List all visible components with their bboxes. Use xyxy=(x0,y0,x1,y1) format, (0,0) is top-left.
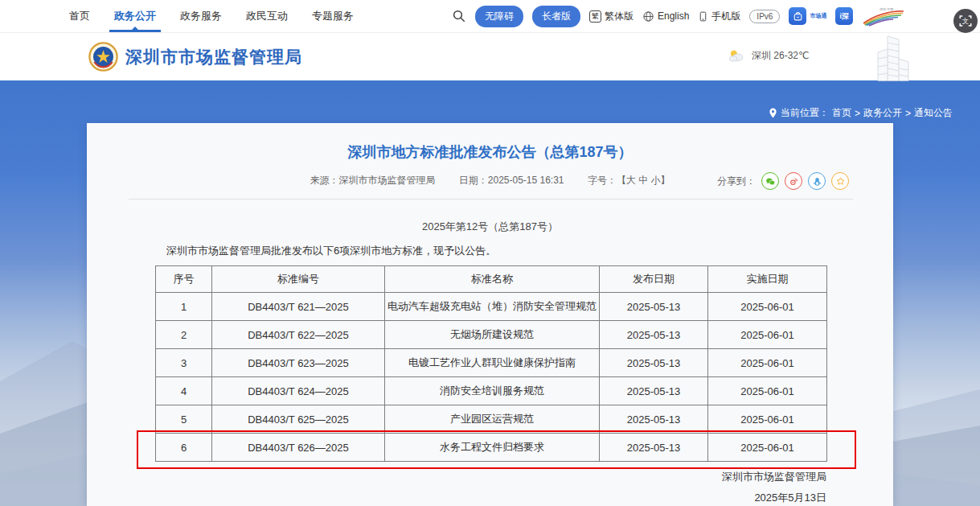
table-row: 3DB4403/T 623—2025电镀工艺作业人群职业健康保护指南2025-0… xyxy=(156,349,827,377)
table-cell: 产业园区运营规范 xyxy=(385,405,600,434)
shenzhen-city-logo[interactable]: 深圳·中国 xyxy=(862,6,905,27)
col-header-publish-date: 发布日期 xyxy=(600,266,708,293)
elder-version-button[interactable]: 长者版 xyxy=(532,6,580,27)
market-app-link[interactable]: 市场通 xyxy=(789,7,826,25)
phone-icon xyxy=(698,10,708,23)
table-cell: 2025-05-13 xyxy=(600,293,708,321)
table-cell: 2025-06-01 xyxy=(708,349,827,377)
english-version-label: English xyxy=(658,10,689,22)
table-row: 1DB4403/T 621—2025电动汽车超级充电站（堆）消防安全管理规范20… xyxy=(156,293,827,321)
share-wechat-icon[interactable] xyxy=(761,172,779,190)
table-cell: 2 xyxy=(156,321,212,349)
agency-emblem-icon xyxy=(88,42,118,72)
market-app-label: 市场通 xyxy=(810,12,826,20)
breadcrumb-separator: > xyxy=(905,108,911,119)
table-cell: 2025-05-13 xyxy=(600,434,708,462)
standards-table-wrap: 序号 标准编号 标准名称 发布日期 实施日期 1DB4403/T 621—202… xyxy=(155,265,826,462)
table-row: 4DB4403/T 624—2025消防安全培训服务规范2025-05-1320… xyxy=(156,377,827,405)
table-cell: 1 xyxy=(156,293,212,321)
breadcrumb: 当前位置： 首页 > 政务公开 > 通知公告 xyxy=(769,106,953,120)
traditional-badge-icon: 繁 xyxy=(589,10,601,23)
col-header-index: 序号 xyxy=(156,266,212,293)
masthead: 深圳市市场监督管理局 深圳 26-32℃ xyxy=(0,32,980,80)
breadcrumb-separator: > xyxy=(855,108,860,119)
table-cell: 2025-05-13 xyxy=(600,405,708,434)
breadcrumb-home[interactable]: 首页 xyxy=(832,106,851,120)
table-header-row: 序号 标准编号 标准名称 发布日期 实施日期 xyxy=(156,266,827,293)
table-cell: 6 xyxy=(156,434,212,462)
nav-item-public-interaction[interactable]: 政民互动 xyxy=(246,0,288,32)
share-group: 分享到： xyxy=(717,172,849,190)
nav-item-home[interactable]: 首页 xyxy=(69,0,90,32)
font-size-control[interactable]: 字号：【大 中 小】 xyxy=(588,175,670,186)
table-cell: 2025-06-01 xyxy=(708,321,827,349)
top-utility-bar: 首页 政务公开 政务服务 政民互动 专题服务 无障碍 长者版 繁 繁体版 Eng… xyxy=(0,0,980,32)
svg-text:文: 文 xyxy=(962,18,969,25)
globe-icon xyxy=(642,10,654,23)
table-cell: 2025-05-13 xyxy=(600,377,708,405)
table-cell: 水务工程文件归档要求 xyxy=(385,434,600,462)
nav-item-special-services[interactable]: 专题服务 xyxy=(312,0,354,32)
table-cell: DB4403/T 623—2025 xyxy=(212,349,385,377)
table-cell: DB4403/T 624—2025 xyxy=(212,377,385,405)
mobile-version-link[interactable]: 手机版 xyxy=(698,10,740,23)
table-cell: 2025-06-01 xyxy=(708,434,827,462)
main-nav: 首页 政务公开 政务服务 政民互动 专题服务 xyxy=(69,0,354,32)
nav-item-gov-services[interactable]: 政务服务 xyxy=(180,0,222,32)
weather-icon xyxy=(728,48,745,63)
col-header-effective-date: 实施日期 xyxy=(708,266,827,293)
table-cell: DB4403/T 621—2025 xyxy=(212,293,385,321)
article-intro: 深圳市市场监督管理局批准发布以下6项深圳市地方标准，现予以公告。 xyxy=(166,244,825,258)
standards-table: 序号 标准编号 标准名称 发布日期 实施日期 1DB4403/T 621—202… xyxy=(155,265,827,462)
share-qq-icon[interactable] xyxy=(808,172,826,190)
table-cell: 电镀工艺作业人群职业健康保护指南 xyxy=(385,349,600,377)
market-app-icon xyxy=(789,7,806,25)
ipv6-badge[interactable]: IPv6 xyxy=(749,10,780,23)
table-cell: 2025-05-13 xyxy=(600,349,708,377)
traditional-version-label: 繁体版 xyxy=(605,10,634,23)
site-brand[interactable]: 深圳市市场监督管理局 xyxy=(88,42,302,72)
meta-source: 来源：深圳市市场监督管理局 xyxy=(310,175,435,186)
weather-text: 深圳 26-32℃ xyxy=(752,49,810,63)
signature-date: 2025年5月13日 xyxy=(87,487,826,506)
share-label: 分享到： xyxy=(717,175,756,188)
table-cell: 4 xyxy=(156,377,212,405)
table-cell: DB4403/T 625—2025 xyxy=(212,405,385,434)
search-icon[interactable] xyxy=(452,9,466,23)
article-signature: 深圳市市场监督管理局 2025年5月13日 xyxy=(87,467,826,506)
table-row: 2DB4403/T 622—2025无烟场所建设规范2025-05-132025… xyxy=(156,321,827,349)
translate-extension-button[interactable]: 文 xyxy=(953,9,978,33)
weather-widget: 深圳 26-32℃ xyxy=(728,48,810,63)
col-header-standard-name: 标准名称 xyxy=(385,266,600,293)
breadcrumb-gov-disclosure[interactable]: 政务公开 xyxy=(863,106,902,120)
traditional-version-link[interactable]: 繁 繁体版 xyxy=(589,10,634,23)
table-cell: 3 xyxy=(156,349,212,377)
english-version-link[interactable]: English xyxy=(642,10,689,23)
share-favorite-icon[interactable] xyxy=(831,172,849,190)
topbar-tools: 无障碍 长者版 繁 繁体版 English 手机版 IPv6 市场通 i深 xyxy=(452,0,905,32)
building-art xyxy=(867,35,918,84)
table-cell: 5 xyxy=(156,405,212,434)
article-meta: 来源：深圳市市场监督管理局 日期：2025-05-15 16:31 字号：【大 … xyxy=(87,174,893,191)
table-cell: DB4403/T 622—2025 xyxy=(212,321,385,349)
meta-divider xyxy=(129,199,853,200)
table-cell: DB4403/T 626—2025 xyxy=(212,434,385,462)
breadcrumb-notices[interactable]: 通知公告 xyxy=(914,106,953,120)
table-cell: 2025-05-13 xyxy=(600,321,708,349)
site-title: 深圳市市场监督管理局 xyxy=(125,46,302,68)
location-pin-icon xyxy=(769,108,777,118)
table-cell: 2025-06-01 xyxy=(708,405,827,434)
table-cell: 2025-06-01 xyxy=(708,293,827,321)
breadcrumb-label: 当前位置： xyxy=(781,106,829,120)
article-title: 深圳市地方标准批准发布公告（总第187号） xyxy=(87,142,893,162)
standards-table-body: 1DB4403/T 621—2025电动汽车超级充电站（堆）消防安全管理规范20… xyxy=(156,293,827,462)
table-cell: 无烟场所建设规范 xyxy=(385,321,600,349)
share-weibo-icon[interactable] xyxy=(785,172,802,190)
article-card: 深圳市地方标准批准发布公告（总第187号） 来源：深圳市市场监督管理局 日期：2… xyxy=(87,123,893,506)
table-cell: 电动汽车超级充电站（堆）消防安全管理规范 xyxy=(385,293,600,321)
table-cell: 2025-06-01 xyxy=(708,377,827,405)
ishenzhen-app-icon[interactable]: i深 xyxy=(835,7,853,25)
nav-item-gov-disclosure[interactable]: 政务公开 xyxy=(114,0,156,32)
svg-text:深圳·中国: 深圳·中国 xyxy=(880,7,893,11)
accessibility-button[interactable]: 无障碍 xyxy=(475,6,523,27)
